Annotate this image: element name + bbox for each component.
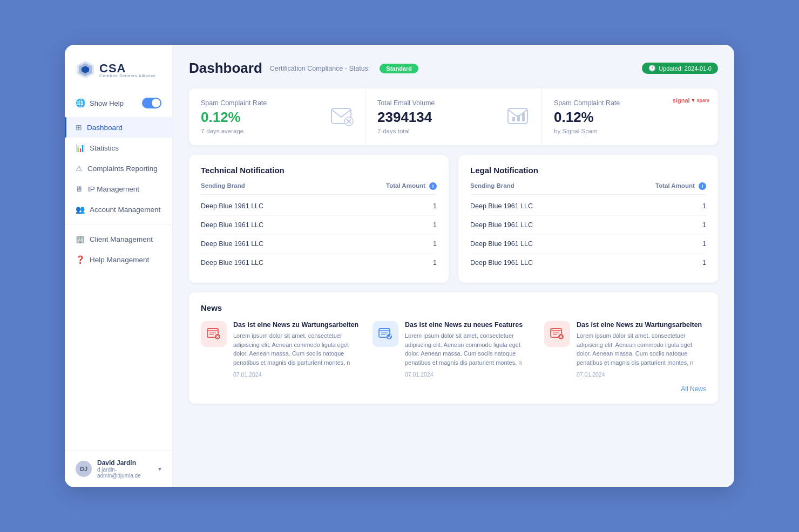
show-help-row: 🌐 Show Help — [65, 92, 172, 117]
legal-table-body: Deep Blue 1961 LLC 1 Deep Blue 1961 LLC … — [470, 197, 706, 272]
chevron-down-icon: ▾ — [158, 465, 161, 473]
user-row[interactable]: DJ David Jardin d.jardin-admin@djumla.de… — [65, 450, 172, 487]
list-item: Das ist eine News zu neues Features Lore… — [373, 321, 534, 378]
show-help-toggle[interactable] — [142, 98, 161, 108]
legal-table-header: Sending Brand Total Amount i — [470, 182, 706, 195]
complaints-icon: ⚠ — [76, 164, 83, 173]
stat-sub-1: 7-days average — [201, 128, 353, 134]
email-block-icon — [330, 105, 354, 129]
sidebar-item-account[interactable]: 👥 Account Management — [65, 199, 172, 220]
list-item: Das ist eine News zu Wartungsarbeiten Lo… — [544, 321, 706, 378]
show-help-label: 🌐 Show Help — [76, 98, 124, 108]
news-item-title-2: Das ist eine News zu neues Features — [405, 321, 534, 329]
certification-label: Certification Compliance - Status: — [270, 65, 370, 72]
news-thumb-1 — [201, 321, 227, 347]
stat-sub-2: 7-days total — [377, 128, 530, 134]
app-container: CSA Certified Senders Alliance 🌐 Show He… — [65, 45, 734, 487]
logo-sub: Certified Senders Alliance — [99, 73, 156, 78]
news-item-content-2: Das ist eine News zu neues Features Lore… — [405, 321, 534, 378]
table-row: Deep Blue 1961 LLC 1 — [470, 254, 706, 272]
sidebar-item-dashboard[interactable]: ⊞ Dashboard — [65, 117, 172, 138]
table-row: Deep Blue 1961 LLC 1 — [470, 216, 706, 235]
dashboard-icon: ⊞ — [76, 123, 82, 132]
signal-spam-logo: signal ▼ spam — [673, 97, 709, 104]
stat-sub-3: by Signal Spam — [554, 128, 706, 134]
sidebar-item-ip-management[interactable]: 🖥 IP Management — [65, 179, 172, 199]
list-item: Das ist eine News zu Wartungsarbeiten Lo… — [201, 321, 363, 378]
technical-table-body: Deep Blue 1961 LLC 1 Deep Blue 1961 LLC … — [201, 197, 437, 272]
technical-notification-card: Technical Notification Sending Brand Tot… — [189, 155, 449, 283]
status-badge: Standard — [380, 64, 418, 73]
header-left: Dashboard Certification Compliance - Sta… — [189, 60, 418, 77]
legal-notification-card: Legal Notification Sending Brand Total A… — [458, 155, 718, 283]
news-item-body-1: Lorem ipsum dolor sit amet, consectetuer… — [233, 331, 363, 367]
news-thumb-2 — [373, 321, 398, 347]
sidebar-item-help[interactable]: ❓ Help Management — [65, 249, 172, 270]
notification-row: Technical Notification Sending Brand Tot… — [189, 155, 718, 283]
table-row: Deep Blue 1961 LLC 1 — [470, 197, 706, 216]
table-row: Deep Blue 1961 LLC 1 — [201, 254, 437, 272]
sidebar-item-statistics[interactable]: 📊 Statistics — [65, 138, 172, 158]
legal-info-icon[interactable]: i — [699, 182, 706, 190]
user-info: David Jardin d.jardin-admin@djumla.de — [97, 459, 153, 479]
user-name: David Jardin — [97, 459, 153, 467]
sidebar-item-complaints[interactable]: ⚠ Complaints Reporting — [65, 158, 172, 179]
stats-row: Spam Complaint Rate 0.12% 7-days average… — [189, 88, 718, 145]
account-icon: 👥 — [76, 205, 85, 214]
news-thumb-3 — [544, 321, 570, 347]
legal-col2: Total Amount i — [655, 182, 706, 190]
csa-logo-icon — [76, 60, 95, 79]
legal-notification-title: Legal Notification — [470, 166, 706, 175]
technical-info-icon[interactable]: i — [429, 182, 437, 190]
sidebar-item-client[interactable]: 🏢 Client Management — [65, 229, 172, 249]
stat-card-spam-rate: Spam Complaint Rate 0.12% 7-days average — [189, 88, 365, 145]
technical-table-header: Sending Brand Total Amount i — [201, 182, 437, 195]
globe-icon: 🌐 — [76, 98, 86, 108]
news-card: News — [189, 292, 718, 404]
stat-value-3: 0.12% — [554, 109, 706, 126]
sidebar: CSA Certified Senders Alliance 🌐 Show He… — [65, 45, 173, 487]
news-item-title-3: Das ist eine News zu Wartungsarbeiten — [577, 321, 706, 329]
svg-rect-9 — [517, 115, 520, 121]
news-title: News — [201, 303, 706, 312]
svg-rect-10 — [522, 113, 525, 121]
ip-icon: 🖥 — [76, 185, 83, 193]
technical-col1: Sending Brand — [201, 182, 245, 190]
stat-card-volume: Total Email Volume 2394134 7-days total — [365, 88, 542, 145]
svg-rect-8 — [512, 117, 515, 121]
news-grid: Das ist eine News zu Wartungsarbeiten Lo… — [201, 321, 706, 378]
news-item-date-3: 07.01.2024 — [577, 371, 706, 378]
user-email: d.jardin-admin@djumla.de — [97, 467, 153, 479]
nav-section: ⊞ Dashboard 📊 Statistics ⚠ Complaints Re… — [65, 117, 172, 450]
news-item-content-3: Das ist eine News zu Wartungsarbeiten Lo… — [577, 321, 706, 378]
svg-point-22 — [387, 334, 392, 339]
all-news-link[interactable]: All News — [201, 385, 706, 393]
clock-icon: 🕐 — [648, 65, 656, 72]
table-row: Deep Blue 1961 LLC 1 — [470, 235, 706, 254]
legal-col1: Sending Brand — [470, 182, 514, 190]
page-title: Dashboard — [189, 60, 262, 77]
news-item-date-1: 07.01.2024 — [233, 371, 363, 378]
stat-card-signal-spam: Spam Complaint Rate 0.12% by Signal Spam… — [542, 88, 718, 145]
nav-divider — [65, 224, 172, 224]
help-icon: ❓ — [76, 255, 85, 264]
main-header: Dashboard Certification Compliance - Sta… — [189, 60, 718, 77]
table-row: Deep Blue 1961 LLC 1 — [201, 197, 437, 216]
table-row: Deep Blue 1961 LLC 1 — [201, 235, 437, 254]
news-item-date-2: 07.01.2024 — [405, 371, 534, 378]
email-chart-icon — [507, 105, 531, 129]
news-item-content-1: Das ist eine News zu Wartungsarbeiten Lo… — [233, 321, 363, 378]
technical-col2: Total Amount i — [386, 182, 437, 190]
main-content: Dashboard Certification Compliance - Sta… — [173, 45, 734, 487]
statistics-icon: 📊 — [76, 144, 85, 152]
client-icon: 🏢 — [76, 235, 85, 243]
logo-text: CSA — [99, 62, 126, 75]
technical-notification-title: Technical Notification — [201, 166, 437, 175]
table-row: Deep Blue 1961 LLC 1 — [201, 216, 437, 235]
sidebar-logo: CSA Certified Senders Alliance — [65, 45, 172, 92]
news-item-body-3: Lorem ipsum dolor sit amet, consectetuer… — [577, 331, 706, 367]
avatar: DJ — [76, 461, 92, 477]
updated-badge: 🕐 Updated: 2024-01-0 — [642, 63, 718, 74]
news-item-body-2: Lorem ipsum dolor sit amet, consectetuer… — [405, 331, 534, 367]
news-item-title-1: Das ist eine News zu Wartungsarbeiten — [233, 321, 363, 329]
